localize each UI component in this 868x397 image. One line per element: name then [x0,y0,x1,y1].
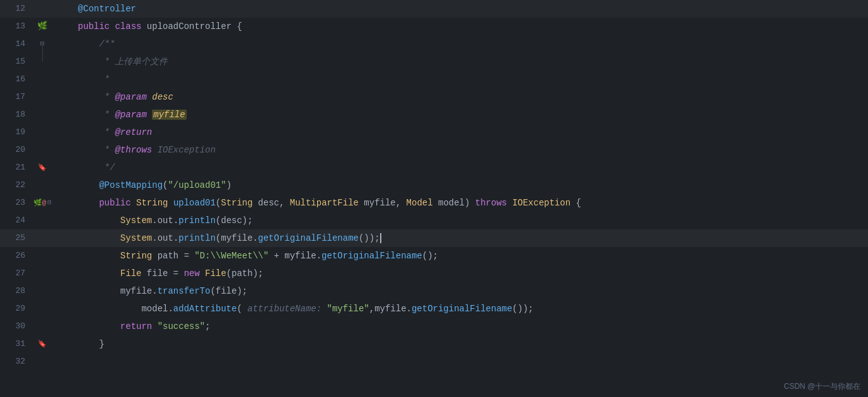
at-icon: @ [42,194,47,212]
code-line: 24 System.out.println(desc); [0,212,868,229]
line-content: * @throws IOException [52,141,868,159]
line-content: public String upload01(String desc, Mult… [52,194,868,212]
code-line: 19 * @return [0,124,868,141]
bean-icon: 🌿 [37,18,47,35]
line-gutter: 🌿@⊟ [33,194,52,212]
code-line: 18 * @param myfile [0,106,868,124]
code-line: 23🌿@⊟ public String upload01(String desc… [0,194,868,212]
line-number: 29 [0,300,33,318]
line-gutter [33,71,52,88]
line-number: 22 [0,176,33,194]
line-number: 12 [0,0,33,18]
line-gutter: ⊟ [33,35,52,53]
line-gutter [33,282,52,300]
code-line: 22 @PostMapping("/upload01") [0,176,868,194]
line-number: 31 [0,335,33,353]
code-line: 27 File file = new File(path); [0,265,868,282]
line-gutter [33,0,52,18]
line-number: 28 [0,282,33,300]
line-number: 20 [0,141,33,159]
line-number: 24 [0,212,33,229]
line-content: System.out.println(desc); [52,212,868,229]
line-content: /** [52,35,868,53]
line-number: 19 [0,124,33,141]
line-number: 30 [0,318,33,335]
line-gutter [33,88,52,106]
line-content: * 上传单个文件 [52,53,868,71]
line-content: File file = new File(path); [52,265,868,282]
line-content: * @param myfile [52,106,868,124]
fold-icon[interactable]: ⊟ [47,194,51,212]
line-gutter [33,353,52,371]
line-content: * @param desc [52,88,868,106]
line-gutter: 🌿 [33,18,52,35]
line-content: @PostMapping("/upload01") [52,176,868,194]
line-gutter [33,212,52,229]
line-gutter [33,141,52,159]
bean-icon: 🌿 [33,194,42,212]
line-gutter: 🔖 [33,159,52,176]
line-content: } [52,335,868,353]
line-content: return "success"; [52,318,868,335]
line-content: myfile.transferTo(file); [52,282,868,300]
line-gutter [33,300,52,318]
code-line: 30 return "success"; [0,318,868,335]
line-content: @Controller [52,0,868,18]
line-gutter [33,247,52,265]
line-gutter [33,124,52,141]
line-number: 18 [0,106,33,124]
line-number: 16 [0,71,33,88]
line-content: String path = "D:\\WeMeet\\" + myfile.ge… [52,247,868,265]
line-number: 26 [0,247,33,265]
line-gutter [33,265,52,282]
line-gutter [33,318,52,335]
line-number: 32 [0,353,33,371]
code-line: 17 * @param desc [0,88,868,106]
line-number: 27 [0,265,33,282]
line-content: public class uploadController { [52,18,868,35]
code-line: 14⊟ /** [0,35,868,53]
code-line: 25 System.out.println(myfile.getOriginal… [0,229,868,247]
code-line: 26 String path = "D:\\WeMeet\\" + myfile… [0,247,868,265]
line-number: 14 [0,35,33,53]
code-line: 29 model.addAttribute( attributeName: "m… [0,300,868,318]
line-number: 23 [0,194,33,212]
code-line: 12 @Controller [0,0,868,18]
line-content [52,353,868,371]
line-number: 15 [0,53,33,71]
line-gutter: 🔖 [33,335,52,353]
code-line: 32 [0,353,868,371]
line-content: * [52,71,868,88]
bookmark-icon: 🔖 [38,159,47,176]
watermark: CSDN @十一与你都在 [784,381,860,392]
line-number: 17 [0,88,33,106]
line-gutter [33,106,52,124]
code-line: 28 myfile.transferTo(file); [0,282,868,300]
code-line: 13🌿 public class uploadController { [0,18,868,35]
line-number: 25 [0,229,33,247]
line-content: */ [52,159,868,176]
code-line: 15 * 上传单个文件 [0,53,868,71]
line-content: System.out.println(myfile.getOriginalFil… [52,229,868,247]
line-number: 21 [0,159,33,176]
line-number: 13 [0,18,33,35]
code-editor: 12 @Controller13🌿 public class uploadCon… [0,0,868,397]
code-line: 16 * [0,71,868,88]
line-content: * @return [52,124,868,141]
bookmark-icon: 🔖 [38,335,47,353]
line-gutter [33,53,52,71]
code-line: 21🔖 */ [0,159,868,176]
line-gutter [33,176,52,194]
line-content: model.addAttribute( attributeName: "myfi… [52,300,868,318]
code-line: 20 * @throws IOException [0,141,868,159]
code-line: 31🔖 } [0,335,868,353]
line-gutter [33,229,52,247]
